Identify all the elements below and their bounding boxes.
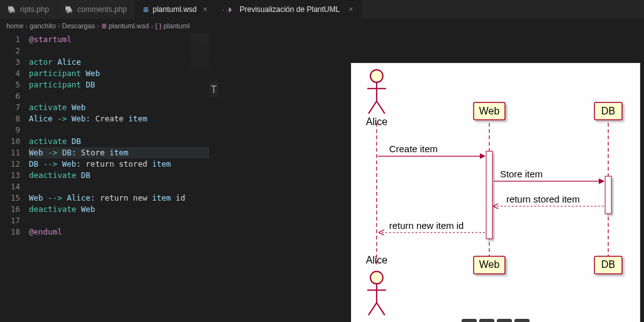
help-icon[interactable]: ? [514, 319, 530, 322]
svg-text:DB: DB [601, 259, 615, 270]
code-line[interactable] [29, 45, 209, 57]
code-line[interactable] [29, 125, 209, 136]
close-icon[interactable]: × [203, 5, 208, 14]
preview-body: Alice Web DB Alice [218, 19, 644, 322]
tab-plantuml-preview[interactable]: ⏵ Previsualización de PlantUML × [218, 0, 362, 19]
svg-text:Alice: Alice [366, 116, 388, 127]
code-line[interactable]: activate Web [29, 102, 209, 113]
zoom-in-icon[interactable]: ⊕ [462, 319, 477, 322]
code-line[interactable] [29, 91, 209, 102]
svg-text:Create item: Create item [389, 143, 438, 154]
uml-diagram: Alice Web DB Alice [351, 63, 640, 322]
actor-alice-top: Alice [366, 70, 388, 127]
code-line[interactable]: @enduml [29, 226, 209, 238]
svg-point-16 [370, 271, 383, 284]
code-line[interactable]: Alice -> Web: Create item [29, 113, 209, 125]
svg-text:Alice: Alice [366, 255, 388, 266]
preview-tabs: ⏵ Previsualización de PlantUML × [218, 0, 644, 19]
svg-text:Web: Web [479, 106, 500, 116]
minimap[interactable] [191, 33, 209, 83]
tab-label: plantuml.wsd [153, 5, 197, 14]
code-line[interactable]: Web -> DB: Store item [29, 147, 209, 158]
code-line[interactable]: actor Alice [29, 57, 209, 68]
svg-rect-4 [605, 176, 611, 214]
editor-splitter[interactable]: T [209, 0, 218, 322]
editor-pane: 🐘 ripts.php 🐘 comments.php ≣ plantuml.ws… [0, 0, 209, 322]
svg-line-20 [377, 303, 385, 315]
preview-toolbar: ⊕⇔⊖? [462, 319, 530, 322]
code-line[interactable]: participant Web [29, 68, 209, 79]
preview-pane: ⏵ Previsualización de PlantUML × [218, 0, 644, 322]
tab-overflow-button[interactable]: ··· [216, 0, 240, 19]
code-line[interactable]: Web --> Alice: return new item id [29, 192, 209, 204]
file-icon: ≣ [143, 5, 149, 14]
code-line[interactable] [29, 215, 209, 226]
svg-text:return stored item: return stored item [506, 194, 580, 204]
breadcrumb-item[interactable]: Descargas [62, 22, 95, 30]
tab-plantuml-wsd[interactable]: ≣ plantuml.wsd × [135, 0, 216, 19]
svg-line-19 [369, 303, 377, 315]
braces-icon: { } [155, 22, 162, 30]
tab-comments-php[interactable]: 🐘 comments.php [57, 0, 135, 19]
tab-label: Previsualización de PlantUML [240, 5, 340, 14]
breadcrumb-item[interactable]: plantuml [164, 22, 190, 30]
php-icon: 🐘 [8, 6, 16, 14]
close-icon[interactable]: × [348, 5, 353, 14]
svg-rect-3 [486, 151, 492, 238]
svg-text:DB: DB [601, 106, 615, 116]
svg-line-8 [369, 101, 377, 114]
svg-line-9 [377, 101, 385, 114]
fit-icon[interactable]: ⇔ [479, 319, 494, 322]
svg-text:return new item id: return new item id [389, 220, 464, 231]
breadcrumb-item[interactable]: plantuml.wsd [109, 22, 149, 30]
code-line[interactable]: @startuml [29, 34, 209, 45]
tab-label: ripts.php [20, 5, 49, 14]
code-line[interactable]: DB --> Web: return stored item [29, 158, 209, 170]
actor-alice-bottom: Alice [366, 255, 388, 316]
svg-text:Web: Web [479, 259, 500, 270]
code-editor[interactable]: 123456789101112131415161718 @startumlact… [0, 33, 209, 322]
breadcrumb-item[interactable]: ganchito [30, 22, 56, 30]
php-icon: 🐘 [65, 6, 74, 14]
tab-ripts-php[interactable]: 🐘 ripts.php [0, 0, 57, 19]
code-line[interactable]: participant DB [29, 79, 209, 91]
code-line[interactable]: deactivate DB [29, 170, 209, 181]
editor-tabs: 🐘 ripts.php 🐘 comments.php ≣ plantuml.ws… [0, 0, 209, 19]
line-gutter: 123456789101112131415161718 [0, 33, 25, 322]
code-body[interactable]: @startumlactor Aliceparticipant Webparti… [25, 33, 209, 322]
code-line[interactable] [29, 181, 209, 192]
code-line[interactable]: deactivate Web [29, 204, 209, 215]
code-line[interactable]: activate DB [29, 136, 209, 147]
breadcrumb-item[interactable]: home [6, 22, 24, 30]
file-icon: ≣ [101, 22, 107, 30]
svg-text:Store item: Store item [500, 169, 543, 179]
svg-point-5 [370, 70, 383, 82]
breadcrumb[interactable]: home › ganchito › Descargas › ≣ plantuml… [0, 19, 209, 33]
tab-label: comments.php [77, 5, 127, 14]
side-handle[interactable]: T [209, 82, 218, 98]
zoom-out-icon[interactable]: ⊖ [497, 319, 512, 322]
